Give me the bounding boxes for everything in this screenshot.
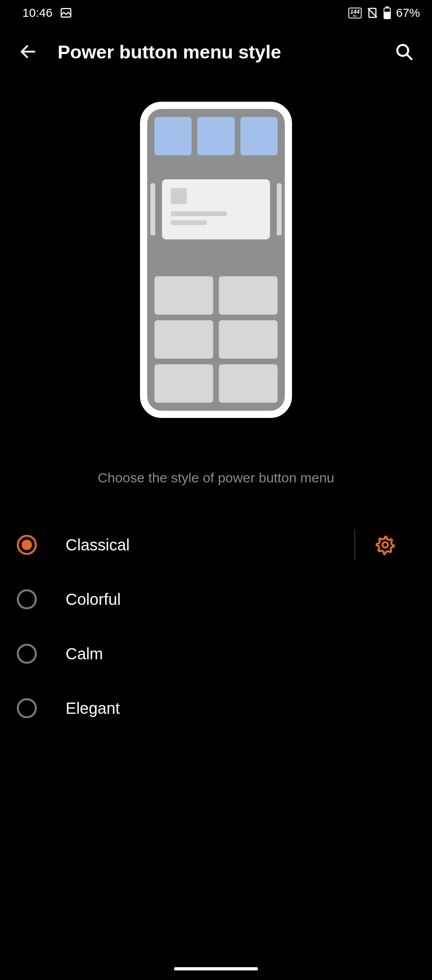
option-label: Colorful bbox=[66, 590, 415, 608]
option-settings-button[interactable] bbox=[371, 531, 399, 559]
option-label: Classical bbox=[66, 536, 346, 554]
svg-rect-5 bbox=[384, 12, 390, 18]
battery-percent: 67% bbox=[396, 6, 420, 20]
option-calm[interactable]: Calm bbox=[0, 627, 432, 681]
battery-icon bbox=[383, 6, 391, 19]
svg-point-9 bbox=[382, 542, 388, 548]
radio-icon bbox=[17, 698, 37, 718]
page-title: Power button menu style bbox=[58, 41, 388, 63]
status-right: 144 Hz 67% bbox=[348, 6, 420, 20]
status-bar: 10:46 144 Hz 67% bbox=[0, 0, 432, 26]
phone-mockup bbox=[140, 102, 292, 418]
search-icon bbox=[394, 42, 414, 62]
image-icon bbox=[60, 6, 72, 19]
home-indicator[interactable] bbox=[174, 967, 258, 970]
back-button[interactable] bbox=[12, 36, 44, 68]
arrow-left-icon bbox=[18, 42, 38, 61]
option-label: Elegant bbox=[66, 699, 415, 717]
style-options: Classical Colorful Calm Elegant bbox=[0, 518, 432, 735]
header: Power button menu style bbox=[0, 26, 432, 78]
divider bbox=[354, 529, 355, 560]
status-left: 10:46 bbox=[22, 6, 72, 20]
gear-icon bbox=[375, 534, 396, 555]
radio-selected-icon bbox=[17, 535, 37, 555]
option-label: Calm bbox=[66, 645, 415, 663]
search-button[interactable] bbox=[388, 36, 420, 68]
status-time: 10:46 bbox=[22, 6, 52, 20]
option-elegant[interactable]: Elegant bbox=[0, 681, 432, 735]
radio-icon bbox=[17, 644, 37, 664]
option-classical[interactable]: Classical bbox=[0, 518, 432, 572]
svg-line-8 bbox=[407, 54, 412, 59]
radio-icon bbox=[17, 589, 37, 609]
no-sim-icon bbox=[366, 7, 378, 19]
refresh-rate-icon: 144 Hz bbox=[348, 8, 362, 18]
style-preview bbox=[0, 102, 432, 418]
option-colorful[interactable]: Colorful bbox=[0, 572, 432, 627]
description-text: Choose the style of power button menu bbox=[0, 470, 432, 486]
